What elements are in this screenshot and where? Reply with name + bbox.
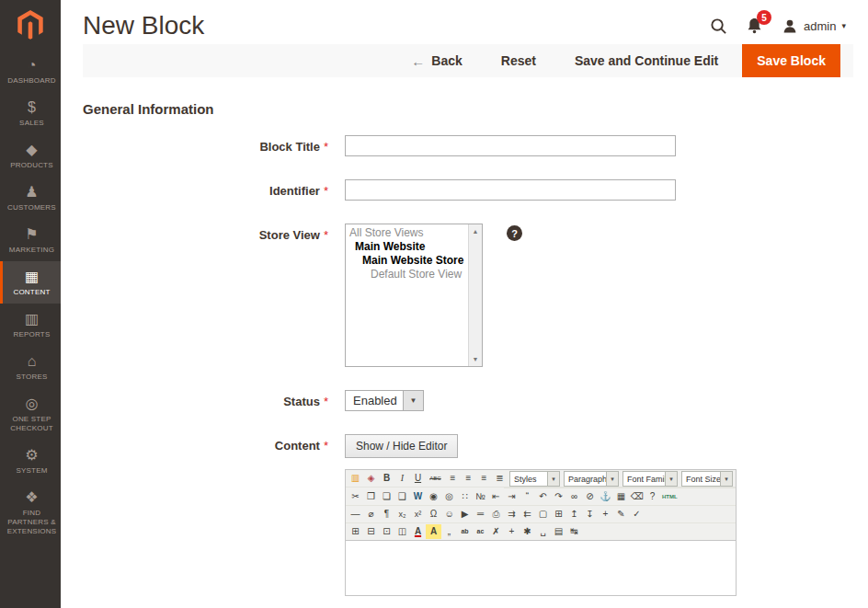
- bullet-list-icon[interactable]: ∷: [457, 489, 473, 504]
- insert-widget-icon[interactable]: ▥: [348, 471, 363, 486]
- merge-cells-icon[interactable]: ◫: [394, 524, 410, 539]
- format-select[interactable]: Paragraph ▾: [564, 471, 619, 487]
- find-icon[interactable]: ◉: [426, 489, 441, 504]
- charmap-icon[interactable]: Ω: [426, 507, 441, 522]
- paste-as-text-icon[interactable]: ❑: [394, 489, 410, 504]
- scroll-down-icon[interactable]: ▼: [473, 352, 479, 366]
- sidebar-item-sales[interactable]: $ SALES: [0, 92, 61, 134]
- html-source-icon[interactable]: HTML: [660, 489, 680, 504]
- unlink-icon[interactable]: ⊘: [582, 489, 598, 504]
- anchor-icon[interactable]: ⚓: [598, 489, 613, 504]
- horizontal-rule-icon[interactable]: —: [348, 507, 363, 522]
- ltr-icon[interactable]: ⇉: [504, 507, 520, 522]
- cut-icon[interactable]: ✂: [348, 489, 363, 504]
- cite-icon[interactable]: „: [441, 524, 457, 539]
- help-icon[interactable]: ?: [645, 489, 660, 504]
- image-icon[interactable]: ▦: [613, 489, 629, 504]
- table-icon[interactable]: ⊞: [348, 524, 363, 539]
- indent-icon[interactable]: ⇥: [504, 489, 520, 504]
- template-icon[interactable]: ▤: [551, 524, 566, 539]
- sidebar-item-one-step-checkout[interactable]: ◎ ONE STEP CHECKOUT: [0, 388, 61, 440]
- superscript-icon[interactable]: x²: [410, 507, 426, 522]
- align-justify-icon[interactable]: ≣: [492, 471, 508, 486]
- store-view-multiselect[interactable]: All Store Views Main Website Main Websit…: [345, 224, 483, 367]
- sidebar-item-content[interactable]: ▦ CONTENT: [0, 261, 61, 304]
- back-button[interactable]: ← Back: [411, 53, 462, 69]
- save-and-continue-button[interactable]: Save and Continue Edit: [575, 53, 718, 68]
- move-backward-icon[interactable]: ↧: [582, 507, 598, 522]
- del-icon[interactable]: ✗: [488, 524, 504, 539]
- move-forward-icon[interactable]: ↥: [566, 507, 582, 522]
- forecolor-icon[interactable]: A: [410, 524, 426, 539]
- store-view-option[interactable]: All Store Views: [346, 226, 467, 240]
- visual-aid-icon[interactable]: ¶: [379, 507, 394, 522]
- strikethrough-icon[interactable]: ABC: [426, 471, 445, 486]
- font-family-select[interactable]: Font Family ▾: [622, 471, 678, 487]
- sidebar-item-products[interactable]: ◆ PRODUCTS: [0, 134, 61, 177]
- italic-icon[interactable]: I: [394, 471, 410, 486]
- fullscreen-icon[interactable]: ▢: [535, 507, 551, 522]
- scroll-up-icon[interactable]: ▲: [473, 224, 479, 238]
- attribs-icon[interactable]: ✱: [520, 524, 535, 539]
- paste-icon[interactable]: ❏: [379, 489, 394, 504]
- emotions-icon[interactable]: ☺: [441, 507, 457, 522]
- copy-icon[interactable]: ❐: [363, 489, 379, 504]
- pagebreak-icon[interactable]: ↹: [566, 524, 582, 539]
- show-hide-editor-button[interactable]: Show / Hide Editor: [345, 434, 458, 458]
- acronym-icon[interactable]: ac: [473, 524, 488, 539]
- insert-layer-icon[interactable]: ⊞: [551, 507, 566, 522]
- reset-button[interactable]: Reset: [501, 53, 536, 68]
- absolute-position-icon[interactable]: +: [598, 507, 613, 522]
- media-icon[interactable]: ▶: [457, 507, 473, 522]
- style-props-icon[interactable]: ✎: [613, 507, 629, 522]
- search-button[interactable]: [710, 17, 727, 35]
- numbered-list-icon[interactable]: №: [473, 489, 488, 504]
- undo-icon[interactable]: ↶: [535, 489, 551, 504]
- store-view-option[interactable]: Main Website: [346, 240, 467, 254]
- print-icon[interactable]: ⎙: [488, 507, 504, 522]
- multiselect-scrollbar[interactable]: ▲ ▼: [468, 224, 482, 366]
- store-view-option[interactable]: Default Store View: [346, 268, 467, 281]
- sidebar-item-reports[interactable]: ▥ REPORTS: [0, 304, 61, 346]
- subscript-icon[interactable]: x₂: [394, 507, 410, 522]
- nonbreaking-icon[interactable]: ␣: [535, 524, 551, 539]
- notifications-button[interactable]: 5: [746, 17, 763, 35]
- rtl-icon[interactable]: ⇇: [520, 507, 535, 522]
- block-title-input[interactable]: [345, 135, 676, 156]
- outdent-icon[interactable]: ⇤: [488, 489, 504, 504]
- sidebar-item-system[interactable]: ⚙ SYSTEM: [0, 440, 61, 482]
- store-view-option[interactable]: Main Website Store: [346, 254, 467, 268]
- paste-from-word-icon[interactable]: W: [410, 489, 426, 504]
- sidebar-item-stores[interactable]: ⌂ STORES: [0, 346, 61, 388]
- styles-select[interactable]: Styles ▾: [509, 471, 560, 487]
- table-cell-props-icon[interactable]: ⊡: [379, 524, 394, 539]
- align-right-icon[interactable]: ≡: [476, 471, 492, 486]
- identifier-input[interactable]: [345, 179, 676, 201]
- sidebar-item-dashboard[interactable]: ◔ DASHBOARD: [0, 50, 61, 92]
- find-replace-icon[interactable]: ◎: [441, 489, 457, 504]
- align-left-icon[interactable]: ≡: [445, 471, 461, 486]
- bold-icon[interactable]: B: [379, 471, 394, 486]
- insert-variable-icon[interactable]: ◈: [363, 471, 379, 486]
- editor-content-area[interactable]: [346, 540, 736, 595]
- link-icon[interactable]: ∞: [566, 489, 582, 504]
- ins-icon[interactable]: +: [504, 524, 520, 539]
- store-view-help-icon[interactable]: ?: [507, 225, 522, 241]
- abbr-icon[interactable]: ab: [457, 524, 473, 539]
- remove-format-icon[interactable]: ⌀: [363, 507, 379, 522]
- status-select[interactable]: Enabled ▼: [345, 390, 424, 411]
- sidebar-item-customers[interactable]: ♟ CUSTOMERS: [0, 177, 61, 219]
- spellcheck-icon[interactable]: ✓: [629, 507, 645, 522]
- cleanup-icon[interactable]: ⌫: [629, 489, 645, 504]
- advanced-hr-icon[interactable]: ═: [473, 507, 488, 522]
- admin-user-menu[interactable]: admin ▾: [782, 17, 846, 34]
- table-row-props-icon[interactable]: ⊟: [363, 524, 379, 539]
- select-caret-icon[interactable]: ▼: [403, 391, 423, 410]
- save-block-button[interactable]: Save Block: [742, 44, 840, 77]
- backcolor-icon[interactable]: A: [426, 524, 441, 539]
- blockquote-icon[interactable]: “: [520, 489, 535, 504]
- sidebar-item-marketing[interactable]: ⚑ MARKETING: [0, 219, 61, 261]
- magento-logo[interactable]: [0, 0, 61, 50]
- redo-icon[interactable]: ↷: [551, 489, 566, 504]
- sidebar-item-find-partners[interactable]: ❖ FIND PARTNERS & EXTENSIONS: [0, 482, 61, 543]
